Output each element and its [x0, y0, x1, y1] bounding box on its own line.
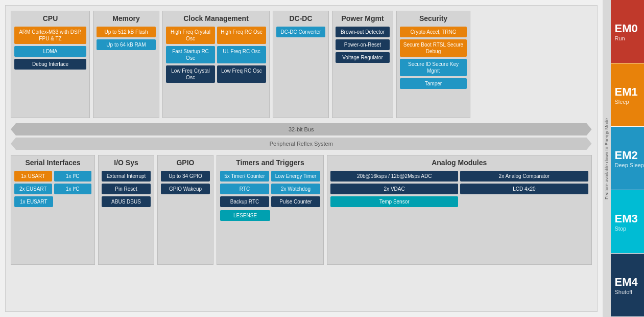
- timers-inner: 5x Timer/ Counter Low Energy Timer RTC 2…: [220, 171, 320, 207]
- diagram-area: CPU ARM Cortex-M33 with DSP, FPU & TZ LD…: [5, 5, 598, 312]
- em3-id: EM3: [615, 212, 645, 225]
- memory-chip-1: Up to 64 kB RAM: [97, 39, 156, 50]
- em0-label-area: EM0 Run: [611, 0, 645, 63]
- top-row: CPU ARM Cortex-M33 with DSP, FPU & TZ LD…: [11, 11, 592, 118]
- serial-section: Serial Interfaces 1x USART 1x I²C 2x EUS…: [11, 155, 95, 265]
- em0-block: EM0 Run: [611, 0, 645, 63]
- io-chip-0: External Interrupt: [102, 171, 151, 182]
- serial-title: Serial Interfaces: [14, 158, 91, 167]
- bus-area: 32-bit Bus Peripheral Reflex System: [11, 121, 592, 152]
- power-section: Power Mgmt Brown-out Detector Power-on-R…: [332, 11, 393, 118]
- security-chip-1: Secure Boot RTSL Secure Debug: [400, 39, 467, 57]
- clock-chip-5: Low Freq RC Osc: [217, 65, 266, 83]
- timers-chip-6: LESENSE: [220, 210, 270, 221]
- dcdc-section: DC-DC DC-DC Converter: [273, 11, 329, 118]
- timers-chip-4: Backup RTC: [220, 196, 269, 207]
- io-chip-1: Pin Reset: [102, 184, 151, 194]
- clock-chip-4: Low Freq Crystal Osc: [166, 65, 215, 83]
- power-chip-2: Voltage Regulator: [336, 52, 390, 63]
- cpu-section: CPU ARM Cortex-M33 with DSP, FPU & TZ LD…: [11, 11, 90, 118]
- cpu-chip-0: ARM Cortex-M33 with DSP, FPU & TZ: [14, 27, 86, 44]
- serial-chip-4: 1x EUSART: [14, 196, 53, 207]
- gpio-title: GPIO: [161, 158, 210, 167]
- analog-section: Analog Modules 20b@16ksps / 12b@2Msps AD…: [327, 155, 592, 265]
- timers-title: Timers and Triggers: [220, 158, 320, 167]
- analog-inner: 20b@16ksps / 12b@2Msps ADC 2x Analog Com…: [330, 171, 588, 207]
- clock-chip-3: UL Freq RC Osc: [217, 46, 266, 63]
- analog-chip-1: 2x Analog Comparator: [460, 171, 588, 182]
- em4-id: EM4: [615, 276, 645, 289]
- em4-label-area: EM4 Shutoff: [611, 254, 645, 316]
- bus-peripheral: Peripheral Reflex System: [11, 138, 592, 150]
- em0-id: EM0: [615, 22, 645, 35]
- serial-row2: 2x EUSART 1x I²C: [14, 184, 91, 194]
- memory-title: Memory: [97, 14, 156, 22]
- em2-block: EM2 Deep Sleep: [611, 127, 645, 190]
- em2-sublabel: Deep Sleep: [615, 162, 645, 168]
- serial-chip-0: 1x USART: [14, 171, 52, 182]
- security-chip-2: Secure ID Secure Key Mgmt: [400, 59, 467, 76]
- cpu-chip-2: Debug Interface: [14, 59, 86, 70]
- serial-chip-1: 1x I²C: [54, 171, 92, 182]
- clock-section: Clock Management High Freq Crystal Osc H…: [162, 11, 270, 118]
- em1-id: EM1: [615, 85, 645, 99]
- serial-row1: 1x USART 1x I²C: [14, 171, 91, 182]
- analog-chip-4: Temp Sensor: [330, 196, 458, 207]
- timers-chip-2: RTC: [220, 184, 269, 194]
- gpio-chip-1: GPIO Wakeup: [161, 184, 210, 194]
- sidebar: Feature available down to Energy Mode EM…: [603, 0, 645, 317]
- bottom-row: Serial Interfaces 1x USART 1x I²C 2x EUS…: [11, 155, 592, 265]
- clock-chip-2: Fast Startup RC Osc: [166, 46, 215, 63]
- em1-block: EM1 Sleep: [611, 63, 645, 127]
- timers-chip-0: 5x Timer/ Counter: [220, 171, 269, 182]
- em3-label-area: EM3 Stop: [611, 190, 645, 253]
- em1-label-area: EM1 Sleep: [611, 63, 645, 126]
- clock-chip-1: High Freq RC Osc: [217, 27, 266, 44]
- clock-title: Clock Management: [166, 14, 266, 22]
- em3-sublabel: Stop: [615, 225, 645, 232]
- analog-chip-0: 20b@16ksps / 12b@2Msps ADC: [330, 171, 458, 182]
- em3-block: EM3 Stop: [611, 190, 645, 254]
- memory-section: Memory Up to 512 kB Flash Up to 64 kB RA…: [93, 11, 159, 118]
- analog-chip-2: 2x VDAC: [330, 184, 458, 194]
- timers-section: Timers and Triggers 5x Timer/ Counter Lo…: [217, 155, 324, 265]
- em-blocks: EM0 Run EM1 Sleep EM2 Deep Sleep EM3 Sto…: [611, 0, 645, 317]
- security-chip-3: Tamper: [400, 78, 467, 89]
- security-title: Security: [400, 14, 467, 22]
- dcdc-title: DC-DC: [276, 14, 325, 22]
- power-chip-0: Brown-out Detector: [336, 27, 390, 37]
- power-title: Power Mgmt: [336, 14, 390, 22]
- em2-id: EM2: [615, 149, 645, 162]
- em2-label-area: EM2 Deep Sleep: [611, 127, 645, 190]
- analog-title: Analog Modules: [330, 158, 588, 167]
- io-section: I/O Sys External Interrupt Pin Reset ABU…: [98, 155, 154, 265]
- security-section: Security Crypto Accel, TRNG Secure Boot …: [396, 11, 470, 118]
- main-content: CPU ARM Cortex-M33 with DSP, FPU & TZ LD…: [0, 0, 603, 317]
- timers-chip-5: Pulse Counter: [271, 196, 320, 207]
- io-chip-2: ABUS DBUS: [102, 196, 151, 207]
- clock-inner: High Freq Crystal Osc High Freq RC Osc F…: [166, 27, 266, 83]
- dcdc-chip-0: DC-DC Converter: [276, 27, 325, 37]
- em4-block: EM4 Shutoff: [611, 254, 645, 317]
- gpio-section: GPIO Up to 34 GPIO GPIO Wakeup: [157, 155, 213, 265]
- em1-sublabel: Sleep: [615, 99, 645, 105]
- power-chip-1: Power-on-Reset: [336, 39, 390, 50]
- io-title: I/O Sys: [102, 158, 151, 167]
- cpu-chip-1: LDMA: [14, 46, 86, 57]
- analog-chip-3: LCD 4x20: [460, 184, 588, 194]
- sidebar-label: Feature available down to Energy Mode: [603, 0, 611, 317]
- em0-sublabel: Run: [615, 35, 645, 41]
- em4-sublabel: Shutoff: [615, 289, 645, 295]
- bus-32bit: 32-bit Bus: [11, 123, 592, 135]
- memory-chip-0: Up to 512 kB Flash: [97, 27, 156, 37]
- timers-chip-1: Low Energy Timer: [271, 171, 320, 182]
- clock-chip-0: High Freq Crystal Osc: [166, 27, 215, 44]
- serial-chip-2: 2x EUSART: [14, 184, 52, 194]
- timers-chip-3: 2x Watchdog: [271, 184, 320, 194]
- serial-chip-3: 1x I²C: [54, 184, 92, 194]
- gpio-chip-0: Up to 34 GPIO: [161, 171, 210, 182]
- cpu-title: CPU: [14, 14, 86, 22]
- security-chip-0: Crypto Accel, TRNG: [400, 27, 467, 37]
